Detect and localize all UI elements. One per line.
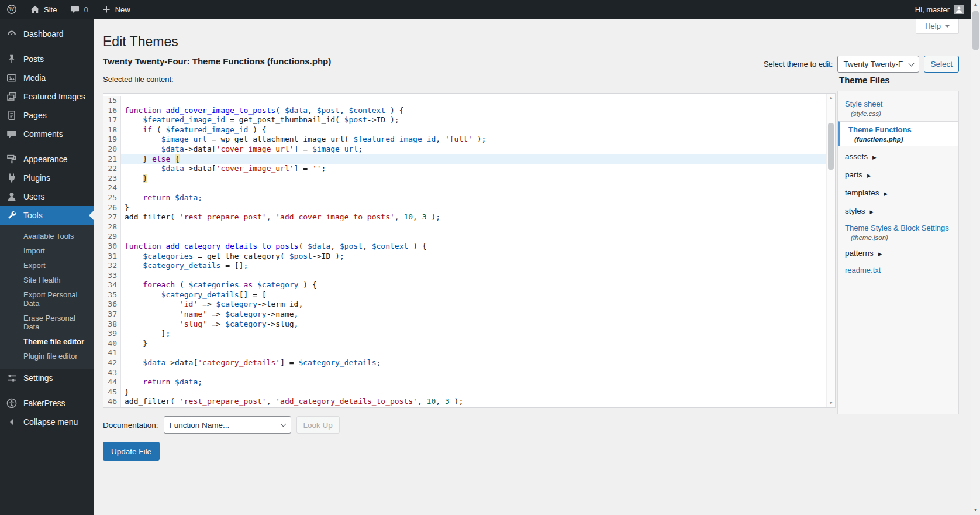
code-line: 20 $data->data['cover_image_url'] = $ima…	[103, 145, 826, 154]
help-button[interactable]: Help	[916, 18, 959, 34]
line-number: 40	[103, 339, 121, 349]
scroll-up-icon[interactable]	[827, 94, 835, 102]
code-line-text: $data->data['category_details'] = $categ…	[121, 358, 826, 368]
submenu-item-export-personal-data[interactable]: Export Personal Data	[0, 287, 94, 311]
folder-arrow-icon	[870, 207, 874, 215]
sidebar-item-fakerpress[interactable]: FakerPress	[0, 394, 94, 413]
wordpress-logo-icon: W	[6, 4, 17, 15]
theme-file-item: readme.txt	[838, 262, 958, 277]
documentation-row: Documentation: Function Name... Look Up	[103, 416, 340, 434]
sidebar-item-label: Comments	[23, 129, 63, 139]
line-number: 31	[103, 252, 121, 262]
users-icon	[6, 191, 18, 202]
wordpress-menu[interactable]: W	[0, 0, 23, 19]
window-scrollbar-thumb[interactable]	[972, 11, 979, 50]
submenu-item-import[interactable]: Import	[0, 243, 94, 258]
comments-shortcut[interactable]: 0	[63, 0, 94, 19]
theme-folder-styles[interactable]: styles	[838, 202, 958, 220]
submenu-item-erase-personal-data[interactable]: Erase Personal Data	[0, 311, 94, 334]
submenu-item-plugin-file-editor[interactable]: Plugin file editor	[0, 349, 94, 363]
sidebar-item-label: Featured Images	[23, 92, 85, 101]
documentation-value: Function Name...	[170, 421, 230, 430]
sidebar-item-appearance[interactable]: Appearance	[0, 150, 94, 169]
submenu-item-available-tools[interactable]: Available Tools	[0, 229, 94, 243]
line-number: 29	[103, 232, 121, 242]
sidebar-item-posts[interactable]: Posts	[0, 50, 94, 68]
theme-file-link[interactable]: readme.txt	[845, 266, 881, 274]
new-label: New	[115, 5, 130, 14]
line-number: 46	[103, 397, 121, 407]
scroll-up-icon[interactable]	[971, 0, 980, 9]
line-number: 23	[103, 174, 121, 184]
code-line: 38 'slug' => $category->slug,	[103, 320, 826, 329]
sidebar-item-dashboard[interactable]: Dashboard	[0, 25, 94, 43]
code-line-text	[121, 183, 826, 193]
theme-file-link[interactable]: Theme Styles & Block Settings	[845, 224, 949, 232]
lookup-button[interactable]: Look Up	[296, 416, 340, 434]
update-file-button[interactable]: Update File	[103, 442, 160, 461]
scroll-down-icon[interactable]	[971, 506, 980, 515]
chevron-down-icon	[280, 421, 286, 427]
code-line-text	[121, 368, 826, 378]
line-number: 15	[103, 96, 121, 106]
sidebar-item-pages[interactable]: Pages	[0, 106, 94, 125]
line-number: 28	[103, 222, 121, 232]
code-line: 28	[103, 222, 826, 232]
code-line-text	[121, 96, 826, 106]
new-menu[interactable]: New	[95, 0, 137, 19]
code-line-text	[121, 348, 826, 358]
submenu-item-site-health[interactable]: Site Health	[0, 273, 94, 287]
editor-scrollbar[interactable]	[826, 94, 835, 407]
window-scrollbar[interactable]	[971, 0, 980, 515]
code-line: 30function add_category_details_to_posts…	[103, 242, 826, 252]
sidebar-item-label: Users	[23, 192, 45, 201]
theme-folder-patterns[interactable]: patterns	[838, 244, 958, 262]
theme-file-link[interactable]: Theme Functions	[848, 125, 912, 134]
sidebar-item-collapse[interactable]: Collapse menu	[0, 413, 94, 431]
scroll-down-icon[interactable]	[827, 399, 835, 407]
sidebar-item-comments[interactable]: Comments	[0, 125, 94, 143]
sidebar-item-users[interactable]: Users	[0, 187, 94, 206]
line-number: 43	[103, 368, 121, 378]
line-number: 27	[103, 212, 121, 222]
code-line-text: $category_details[] = [	[121, 290, 826, 300]
theme-folder-assets[interactable]: assets	[838, 147, 958, 166]
submenu-item-theme-file-editor[interactable]: Theme file editor	[0, 334, 94, 349]
folder-arrow-icon	[884, 188, 888, 197]
sidebar-item-media[interactable]: Media	[0, 68, 94, 87]
documentation-dropdown[interactable]: Function Name...	[164, 416, 291, 434]
svg-text:W: W	[9, 6, 15, 12]
sidebar-item-tools[interactable]: Tools	[0, 206, 94, 225]
code-line: 19 $image_url = wp_get_attachment_image_…	[103, 135, 826, 145]
code-line: 29	[103, 232, 826, 242]
avatar[interactable]	[954, 5, 964, 14]
code-line-text	[121, 222, 826, 232]
selected-file-label: Selected file content:	[103, 75, 174, 84]
code-line: 33	[103, 271, 826, 281]
folder-label: templates	[845, 188, 879, 197]
posts-icon	[6, 53, 18, 65]
line-number: 21	[103, 154, 121, 164]
sidebar-item-plugins[interactable]: Plugins	[0, 169, 94, 187]
theme-file-link[interactable]: Style sheet	[845, 99, 882, 108]
theme-select-dropdown[interactable]: Twenty Twenty-Fo	[837, 56, 919, 73]
folder-label: styles	[845, 207, 865, 215]
howdy-text[interactable]: Hi, master	[915, 5, 950, 14]
theme-folder-templates[interactable]: templates	[838, 184, 958, 202]
code-line: 31 $categories = get_the_category( $post…	[103, 252, 826, 262]
sidebar-item-featured-images[interactable]: Featured Images	[0, 87, 94, 106]
line-number: 41	[103, 348, 121, 358]
submenu-item-export[interactable]: Export	[0, 258, 94, 273]
theme-folder-parts[interactable]: parts	[838, 166, 958, 184]
code-line: 34 foreach ( $categories as $category ) …	[103, 280, 826, 290]
code-line-text: $categories = get_the_category( $post->I…	[121, 252, 826, 262]
select-theme-button[interactable]: Select	[924, 56, 959, 73]
site-link[interactable]: Site	[23, 0, 63, 19]
editor-scrollbar-thumb[interactable]	[828, 123, 834, 170]
code-editor[interactable]: 1516function add_cover_image_to_posts( $…	[103, 93, 836, 408]
chevron-down-icon	[945, 25, 950, 30]
settings-icon	[6, 372, 18, 384]
sidebar-item-label: Plugins	[23, 173, 50, 183]
sidebar-item-settings[interactable]: Settings	[0, 369, 94, 387]
code-line: 32 $category_details = [];	[103, 261, 826, 271]
